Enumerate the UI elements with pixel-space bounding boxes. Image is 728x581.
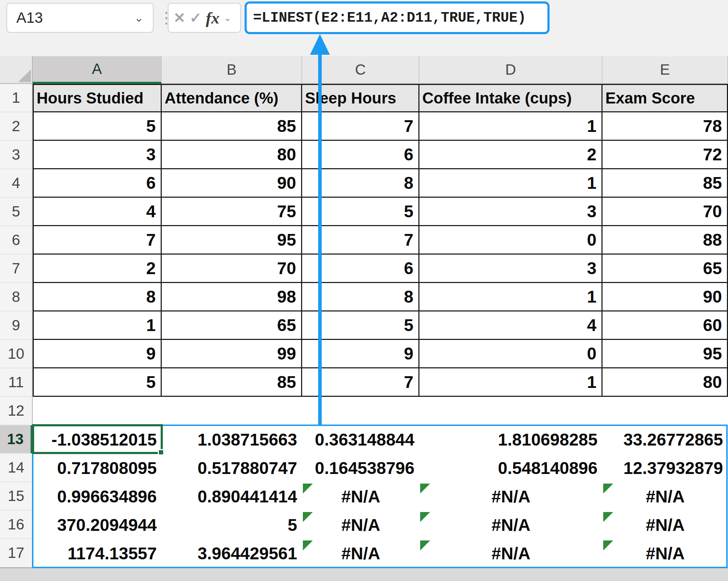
cell-E9[interactable]: 60 [603, 311, 728, 340]
cell-A4[interactable]: 6 [33, 169, 162, 198]
cell-E10[interactable]: 95 [603, 340, 728, 368]
cell-E16[interactable]: #N/A [603, 511, 728, 539]
row-header-4[interactable]: 4 [0, 169, 33, 198]
cell-B6[interactable]: 95 [162, 226, 302, 255]
cell-E17[interactable]: #N/A [603, 539, 728, 567]
cell-C3[interactable]: 6 [302, 141, 419, 169]
cell-B15[interactable]: 0.890441414 [162, 482, 302, 511]
cell-E15[interactable]: #N/A [603, 482, 728, 511]
cell-C6[interactable]: 7 [302, 226, 419, 255]
column-header-B[interactable]: B [162, 56, 302, 84]
cell-D1[interactable]: Coffee Intake (cups) [419, 84, 603, 112]
name-box-chevron-down-icon[interactable]: ⌄ [134, 11, 144, 25]
cell-E2[interactable]: 78 [603, 112, 728, 141]
cell-B2[interactable]: 85 [162, 112, 302, 141]
cell-A7[interactable]: 2 [33, 255, 162, 283]
cell-D3[interactable]: 2 [419, 141, 603, 169]
cancel-icon[interactable]: ✕ [173, 10, 186, 26]
cell-C5[interactable]: 5 [302, 198, 419, 226]
cell-A14[interactable]: 0.717808095 [33, 454, 162, 482]
cell-C1[interactable]: Sleep Hours [302, 84, 419, 112]
cell-D12[interactable] [419, 397, 603, 425]
cell-C8[interactable]: 8 [302, 283, 419, 311]
column-header-A[interactable]: A [33, 56, 162, 84]
cell-A12[interactable] [33, 397, 162, 425]
row-header-13[interactable]: 13 [0, 425, 33, 454]
column-header-C[interactable]: C [302, 56, 419, 84]
cell-C16[interactable]: #N/A [302, 511, 419, 539]
cell-E5[interactable]: 70 [603, 198, 728, 226]
cell-C14[interactable]: 0.164538796 [302, 454, 419, 482]
cell-B4[interactable]: 90 [162, 169, 302, 198]
cell-B8[interactable]: 98 [162, 283, 302, 311]
row-header-14[interactable]: 14 [0, 454, 33, 482]
cell-D14[interactable]: 0.548140896 [419, 454, 603, 482]
cell-B14[interactable]: 0.517880747 [162, 454, 302, 482]
cell-D8[interactable]: 1 [419, 283, 603, 311]
cell-E13[interactable]: 33.26772865 [603, 425, 728, 454]
cell-B11[interactable]: 85 [162, 368, 302, 397]
insert-function-icon[interactable]: fx [206, 9, 219, 27]
cell-E4[interactable]: 85 [603, 169, 728, 198]
cell-E11[interactable]: 80 [603, 368, 728, 397]
cell-A10[interactable]: 9 [33, 340, 162, 368]
cell-C13[interactable]: 0.363148844 [302, 425, 419, 454]
cell-B5[interactable]: 75 [162, 198, 302, 226]
row-header-1[interactable]: 1 [0, 84, 33, 112]
cell-E1[interactable]: Exam Score [603, 84, 728, 112]
cell-D13[interactable]: 1.810698285 [419, 425, 603, 454]
cell-E6[interactable]: 88 [603, 226, 728, 255]
name-box[interactable]: A13 ⌄ [6, 3, 154, 33]
cell-D17[interactable]: #N/A [419, 539, 603, 567]
cell-B9[interactable]: 65 [162, 311, 302, 340]
cell-C7[interactable]: 6 [302, 255, 419, 283]
cell-C2[interactable]: 7 [302, 112, 419, 141]
cell-D11[interactable]: 1 [419, 368, 603, 397]
row-header-6[interactable]: 6 [0, 226, 33, 255]
cell-A11[interactable]: 5 [33, 368, 162, 397]
cell-C17[interactable]: #N/A [302, 539, 419, 567]
select-all-corner[interactable] [0, 56, 33, 84]
cell-E3[interactable]: 72 [603, 141, 728, 169]
column-header-E[interactable]: E [603, 56, 728, 84]
row-header-16[interactable]: 16 [0, 511, 33, 539]
cell-A9[interactable]: 1 [33, 311, 162, 340]
cell-C9[interactable]: 5 [302, 311, 419, 340]
row-header-7[interactable]: 7 [0, 255, 33, 283]
cell-E8[interactable]: 90 [603, 283, 728, 311]
cell-B17[interactable]: 3.964429561 [162, 539, 302, 567]
cell-D16[interactable]: #N/A [419, 511, 603, 539]
cell-D6[interactable]: 0 [419, 226, 603, 255]
cell-C10[interactable]: 9 [302, 340, 419, 368]
row-header-2[interactable]: 2 [0, 112, 33, 141]
cell-B7[interactable]: 70 [162, 255, 302, 283]
cell-B1[interactable]: Attendance (%) [162, 84, 302, 112]
cell-D5[interactable]: 3 [419, 198, 603, 226]
cell-A16[interactable]: 370.2094944 [33, 511, 162, 539]
cell-A2[interactable]: 5 [33, 112, 162, 141]
row-header-12[interactable]: 12 [0, 397, 33, 425]
row-header-10[interactable]: 10 [0, 340, 33, 368]
cell-A13[interactable]: -1.038512015 [33, 425, 162, 454]
cell-E7[interactable]: 65 [603, 255, 728, 283]
cell-E12[interactable] [603, 397, 728, 425]
row-header-3[interactable]: 3 [0, 141, 33, 169]
cell-D4[interactable]: 1 [419, 169, 603, 198]
row-header-11[interactable]: 11 [0, 368, 33, 397]
cell-A6[interactable]: 7 [33, 226, 162, 255]
formula-input[interactable]: =LINEST(E2:E11,A2:D11,TRUE,TRUE) [245, 1, 550, 34]
cell-D7[interactable]: 3 [419, 255, 603, 283]
cell-B16[interactable]: 5 [162, 511, 302, 539]
cell-C15[interactable]: #N/A [302, 482, 419, 511]
cell-A15[interactable]: 0.996634896 [33, 482, 162, 511]
cell-B12[interactable] [162, 397, 302, 425]
cell-E14[interactable]: 12.37932879 [603, 454, 728, 482]
cell-A1[interactable]: Hours Studied [33, 84, 162, 112]
cell-B3[interactable]: 80 [162, 141, 302, 169]
fx-chevron-down-icon[interactable]: ⌄ [224, 12, 231, 23]
row-header-17[interactable]: 17 [0, 539, 33, 567]
cell-D10[interactable]: 0 [419, 340, 603, 368]
row-header-5[interactable]: 5 [0, 198, 33, 226]
cell-D15[interactable]: #N/A [419, 482, 603, 511]
cell-C12[interactable] [302, 397, 419, 425]
